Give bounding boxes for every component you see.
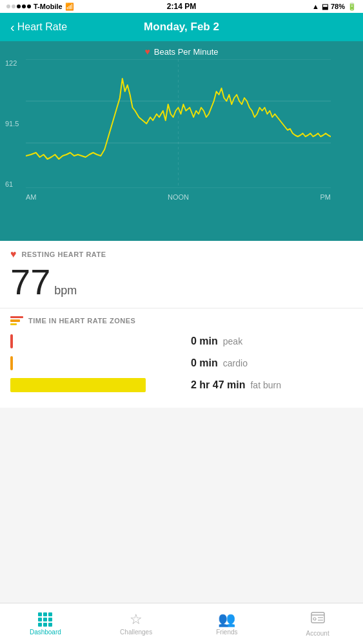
zones-title: TIME IN HEART RATE ZONES xyxy=(28,317,135,325)
heart-rate-chart xyxy=(26,59,331,188)
zones-header: TIME IN HEART RATE ZONES xyxy=(10,316,353,325)
status-right: ▲ ⬓ 78% 🔋 xyxy=(312,3,357,11)
y-mid: 91.5 xyxy=(5,120,19,128)
chart-legend-label: Beats Per Minute xyxy=(154,47,219,57)
battery-icon: 🔋 xyxy=(348,3,357,11)
back-chevron-icon: ‹ xyxy=(10,21,15,33)
cardio-value: 0 min xyxy=(191,357,218,369)
resting-hr-header: ♥ RESTING HEART RATE xyxy=(10,249,353,260)
cardio-bar xyxy=(10,356,13,370)
bluetooth-icon: ⬓ xyxy=(322,3,328,11)
dashboard-icon xyxy=(38,612,52,627)
x-am: AM xyxy=(26,193,37,201)
status-bar: T-Mobile 📶 2:14 PM ▲ ⬓ 78% 🔋 xyxy=(0,0,363,13)
resting-hr-title: RESTING HEART RATE xyxy=(22,251,106,258)
peak-value: 0 min xyxy=(191,336,218,347)
x-noon: NOON xyxy=(168,193,189,201)
fatburn-bar-container xyxy=(10,378,184,392)
zones-icon-bar-2 xyxy=(10,319,20,321)
chart-inner: 122 91.5 61 AM NOON PM xyxy=(0,59,363,214)
tab-challenges-label: Challenges xyxy=(120,629,152,636)
cardio-label: cardio xyxy=(223,358,248,368)
zones-icon-bar-1 xyxy=(10,316,23,318)
tab-bar: Dashboard ☆ Challenges 👥 Friends Account xyxy=(0,603,363,644)
peak-bar xyxy=(10,334,13,348)
cardio-info: 0 min cardio xyxy=(191,357,248,369)
fatburn-value: 2 hr 47 min xyxy=(191,379,245,391)
dot-3 xyxy=(17,5,21,8)
fatburn-bar xyxy=(10,378,146,392)
status-left: T-Mobile 📶 xyxy=(6,3,74,11)
zones-icon-bar-3 xyxy=(10,323,17,325)
tab-friends[interactable]: 👥 Friends xyxy=(182,603,273,644)
location-icon: ▲ xyxy=(312,3,319,10)
resting-hr-section: ♥ RESTING HEART RATE 77 bpm xyxy=(0,241,363,308)
heart-icon: ♥ xyxy=(144,46,150,57)
resting-hr-unit: bpm xyxy=(54,284,77,298)
tab-friends-label: Friends xyxy=(216,629,237,636)
zone-row-peak: 0 min peak xyxy=(10,334,353,348)
y-max: 122 xyxy=(5,59,19,67)
account-icon xyxy=(310,611,326,628)
y-min: 61 xyxy=(5,180,19,188)
tab-dashboard-label: Dashboard xyxy=(30,629,61,636)
zone-row-fatburn: 2 hr 47 min fat burn xyxy=(10,378,353,392)
peak-info: 0 min peak xyxy=(191,336,242,347)
fatburn-label: fat burn xyxy=(250,380,280,390)
dot-2 xyxy=(12,5,15,8)
dot-5 xyxy=(27,5,31,8)
battery-label: 78% xyxy=(331,3,345,10)
resting-hr-heart-icon: ♥ xyxy=(10,249,17,260)
back-label: Heart Rate xyxy=(17,21,67,33)
signal-dots xyxy=(6,5,31,8)
y-axis: 122 91.5 61 xyxy=(5,59,19,188)
dot-4 xyxy=(22,5,26,8)
x-axis: AM NOON PM xyxy=(26,191,331,201)
tab-challenges[interactable]: ☆ Challenges xyxy=(91,603,182,644)
content: ♥ RESTING HEART RATE 77 bpm TIME IN HEAR… xyxy=(0,241,363,408)
tab-dashboard[interactable]: Dashboard xyxy=(0,603,91,644)
peak-bar-container xyxy=(10,334,184,348)
wifi-icon: 📶 xyxy=(65,3,74,11)
carrier-label: T-Mobile xyxy=(34,3,63,10)
friends-icon: 👥 xyxy=(218,612,235,627)
cardio-bar-container xyxy=(10,356,184,370)
peak-label: peak xyxy=(223,336,242,346)
zones-icon xyxy=(10,316,23,325)
challenges-icon: ☆ xyxy=(130,612,142,627)
fatburn-info: 2 hr 47 min fat burn xyxy=(191,379,281,391)
tab-account[interactable]: Account xyxy=(272,603,363,644)
chart-container: ♥ Beats Per Minute 122 91.5 61 AM NOON P… xyxy=(0,41,363,241)
x-pm: PM xyxy=(320,193,331,201)
time-label: 2:14 PM xyxy=(167,2,196,11)
header: ‹ Heart Rate Monday, Feb 2 xyxy=(0,13,363,41)
dot-1 xyxy=(6,5,10,8)
svg-point-7 xyxy=(313,618,316,620)
chart-legend: ♥ Beats Per Minute xyxy=(0,41,363,59)
tab-account-label: Account xyxy=(306,630,329,637)
hr-zones-section: TIME IN HEART RATE ZONES 0 min peak 0 mi… xyxy=(0,308,363,408)
resting-hr-number: 77 xyxy=(10,264,50,300)
resting-hr-value: 77 bpm xyxy=(10,264,353,300)
zone-row-cardio: 0 min cardio xyxy=(10,356,353,370)
back-button[interactable]: ‹ Heart Rate xyxy=(10,21,67,33)
page-title: Monday, Feb 2 xyxy=(144,21,219,33)
